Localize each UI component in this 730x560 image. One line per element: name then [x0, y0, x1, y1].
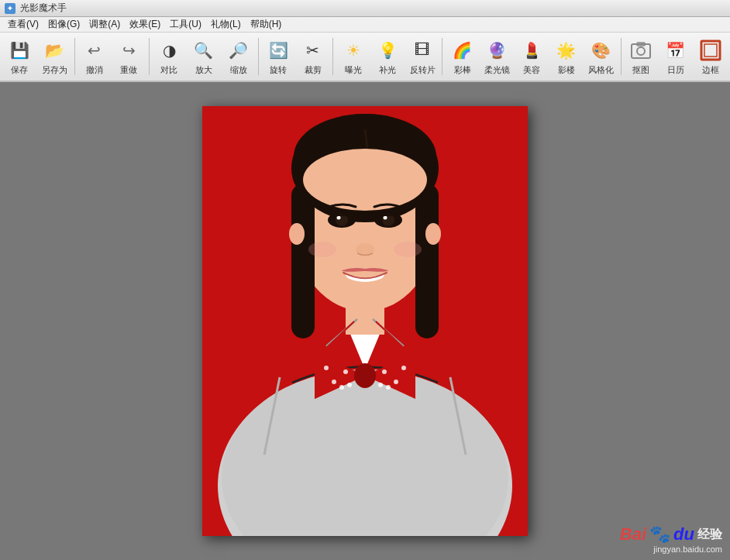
undo-label: 撤消 [86, 64, 103, 76]
zoomout-button[interactable]: 🔎 缩放 [222, 35, 255, 78]
capture-icon [628, 38, 653, 63]
title-bar: ✦ 光影魔术手 [0, 0, 730, 17]
baidu-experience-label: 经验 [697, 527, 722, 543]
svg-point-25 [378, 383, 383, 387]
save-button[interactable]: 💾 保存 [3, 35, 36, 78]
rotate-label: 旋转 [270, 64, 287, 76]
exposure-icon: ☀ [341, 38, 366, 63]
saveas-icon: 📂 [42, 38, 67, 63]
menu-item-gift[interactable]: 礼物(L) [206, 16, 246, 33]
invert-label: 反转片 [410, 64, 436, 76]
rainbow-button[interactable]: 🌈 彩棒 [446, 35, 479, 78]
svg-rect-29 [291, 184, 315, 338]
svg-point-15 [354, 363, 376, 388]
menu-item-tools[interactable]: 工具(U) [165, 16, 206, 33]
zoomout-label: 缩放 [230, 64, 247, 76]
svg-point-16 [343, 369, 348, 374]
zoomin-button[interactable]: 🔍 放大 [187, 35, 220, 78]
redo-button[interactable]: ↪ 重做 [112, 35, 146, 78]
svg-point-1 [637, 47, 645, 55]
invert-button[interactable]: 🎞 反转片 [406, 35, 439, 78]
undo-icon: ↩ [82, 38, 107, 63]
invert-icon: 🎞 [410, 38, 435, 63]
svg-point-19 [324, 366, 329, 370]
menu-bar: 查看(V) 图像(G) 调整(A) 效果(E) 工具(U) 礼物(L) 帮助(H… [0, 17, 730, 33]
frame-label: 边框 [702, 64, 719, 76]
svg-point-40 [289, 223, 305, 245]
svg-point-42 [308, 242, 336, 257]
canvas-area[interactable]: Bai 🐾 du 经验 jingyan.baidu.com [0, 82, 730, 560]
calendar-label: 日历 [667, 64, 684, 76]
calendar-button[interactable]: 📅 日历 [659, 35, 693, 78]
crop-button[interactable]: ✂ 裁剪 [297, 35, 330, 78]
menu-item-image[interactable]: 图像(G) [43, 16, 84, 33]
baidu-logo: Bai 🐾 du 经验 [620, 524, 722, 545]
fill-label: 补光 [379, 64, 396, 76]
svg-point-17 [332, 380, 336, 384]
app-icon: ✦ [5, 3, 15, 14]
contrast-button[interactable]: ◑ 对比 [153, 35, 186, 78]
style-label: 风格化 [588, 64, 614, 76]
app-icon-symbol: ✦ [7, 5, 13, 12]
separator-1 [74, 38, 75, 75]
contrast-icon: ◑ [157, 38, 181, 63]
frame-icon [698, 38, 723, 63]
baidu-watermark: Bai 🐾 du 经验 jingyan.baidu.com [620, 524, 722, 554]
shadow-label: 影楼 [558, 64, 575, 76]
baidu-bear-icon: 🐾 [649, 524, 670, 545]
separator-6 [621, 38, 622, 75]
menu-item-help[interactable]: 帮助(H) [246, 16, 287, 33]
soft-button[interactable]: 🔮 柔光镜 [480, 35, 514, 78]
shadow-icon: 🌟 [554, 38, 579, 63]
baidu-text-bai: Bai [620, 524, 646, 545]
rainbow-label: 彩棒 [454, 64, 471, 76]
beauty-icon: 💄 [519, 38, 544, 63]
svg-rect-30 [415, 184, 439, 338]
contrast-label: 对比 [160, 64, 177, 76]
svg-point-43 [394, 242, 422, 257]
separator-5 [442, 38, 442, 75]
menu-item-view[interactable]: 查看(V) [3, 16, 43, 33]
menu-item-adjust[interactable]: 调整(A) [84, 16, 125, 33]
svg-point-20 [347, 383, 352, 387]
style-icon: 🎨 [589, 38, 614, 63]
svg-point-41 [425, 223, 441, 245]
baidu-text-du: du [673, 524, 694, 545]
save-icon: 💾 [7, 38, 32, 63]
fill-icon: 💡 [375, 38, 400, 63]
svg-point-32 [303, 149, 427, 211]
separator-3 [258, 38, 259, 75]
capture-button[interactable]: 抠图 [625, 35, 658, 78]
undo-button[interactable]: ↩ 撤消 [77, 35, 111, 78]
redo-icon: ↪ [116, 38, 141, 63]
saveas-button[interactable]: 📂 另存为 [38, 35, 71, 78]
baidu-url: jingyan.baidu.com [653, 545, 722, 554]
frame-button[interactable]: 边框 [694, 35, 727, 78]
photo-container [202, 106, 528, 536]
capture-label: 抠图 [632, 64, 649, 76]
separator-2 [149, 38, 150, 75]
soft-icon: 🔮 [484, 38, 509, 63]
fill-button[interactable]: 💡 补光 [371, 35, 405, 78]
exposure-button[interactable]: ☀ 曝光 [336, 35, 370, 78]
separator-4 [332, 38, 333, 75]
rotate-button[interactable]: 🔄 旋转 [262, 35, 295, 78]
toolbar: 💾 保存 📂 另存为 ↩ 撤消 ↪ 重做 ◑ 对比 🔍 放大 🔎 缩放 🔄 旋转… [0, 33, 730, 82]
shadow-button[interactable]: 🌟 影楼 [549, 35, 583, 78]
window-title: 光影魔术手 [20, 2, 67, 15]
portrait-svg [202, 106, 528, 536]
svg-point-24 [401, 366, 406, 370]
svg-point-23 [386, 385, 391, 390]
svg-point-21 [382, 369, 387, 374]
svg-point-18 [339, 385, 344, 390]
rainbow-icon: 🌈 [450, 38, 475, 63]
beauty-button[interactable]: 💄 美容 [515, 35, 549, 78]
svg-rect-4 [704, 44, 717, 57]
beauty-label: 美容 [523, 64, 540, 76]
zoomin-icon: 🔍 [191, 38, 216, 63]
zoomin-label: 放大 [195, 64, 212, 76]
zoomout-icon: 🔎 [226, 38, 251, 63]
menu-item-effects[interactable]: 效果(E) [125, 16, 165, 33]
soft-label: 柔光镜 [484, 64, 510, 76]
style-button[interactable]: 🎨 风格化 [584, 35, 618, 78]
